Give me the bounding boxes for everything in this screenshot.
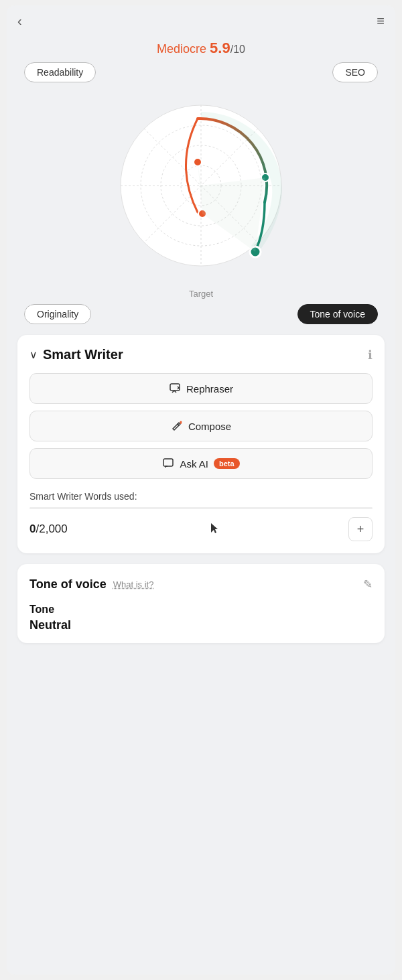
compose-label: Compose xyxy=(188,421,231,432)
tov-title: Tone of voice xyxy=(29,577,107,591)
back-button[interactable]: ‹ xyxy=(17,13,22,29)
words-count-row: 0/2,000 + xyxy=(29,517,373,541)
tov-tone-label: Tone xyxy=(29,604,373,616)
rephraser-label: Rephraser xyxy=(186,383,233,395)
score-label-text: Mediocre xyxy=(157,42,206,56)
ask-ai-label: Ask AI xyxy=(180,458,208,470)
rephraser-button[interactable]: Rephraser xyxy=(29,373,373,404)
smart-writer-header: ∨ Smart Writer ℹ xyxy=(29,347,373,362)
words-used-label: Smart Writer Words used: xyxy=(29,491,373,502)
ask-ai-button[interactable]: Ask AI beta xyxy=(29,448,373,479)
radar-chart xyxy=(94,85,308,286)
beta-badge: beta xyxy=(214,458,240,469)
smart-writer-chevron[interactable]: ∨ xyxy=(29,348,38,361)
words-progress-bar xyxy=(29,507,373,509)
score-denom: /10 xyxy=(230,44,245,55)
header: ‹ ≡ xyxy=(7,5,395,37)
words-used-section: Smart Writer Words used: 0/2,000 + xyxy=(29,491,373,541)
score-label: Mediocre 5.9/10 xyxy=(157,42,245,56)
ask-ai-icon xyxy=(162,458,174,470)
compose-button[interactable]: Compose xyxy=(29,411,373,441)
readability-button[interactable]: Readability xyxy=(24,62,96,82)
words-total: 2,000 xyxy=(39,522,68,535)
tov-header: Tone of voice What is it? ✎ xyxy=(29,577,373,591)
seo-button[interactable]: SEO xyxy=(332,62,378,82)
tone-of-voice-section: Tone of voice What is it? ✎ Tone Neutral xyxy=(17,564,385,643)
menu-button[interactable]: ≡ xyxy=(377,13,385,29)
rephraser-icon xyxy=(169,382,181,395)
add-words-button[interactable]: + xyxy=(348,517,373,541)
svg-rect-15 xyxy=(163,459,173,466)
radar-container: Readability SEO xyxy=(7,62,395,324)
tone-of-voice-button[interactable]: Tone of voice xyxy=(297,304,379,324)
compose-icon xyxy=(171,420,183,432)
originality-button[interactable]: Originality xyxy=(24,304,91,324)
tov-edit-icon[interactable]: ✎ xyxy=(363,577,373,591)
main-panel: ‹ ≡ Mediocre 5.9/10 Readability SEO xyxy=(7,5,395,975)
radar-chart-wrap xyxy=(17,85,385,286)
smart-writer-title: Smart Writer xyxy=(43,347,123,362)
score-value: 5.9 xyxy=(210,40,230,56)
cursor-indicator xyxy=(211,523,219,535)
tov-what-is-it[interactable]: What is it? xyxy=(113,579,154,589)
info-icon[interactable]: ℹ xyxy=(368,348,373,362)
tov-tone-value: Neutral xyxy=(29,618,373,632)
smart-writer-card: ∨ Smart Writer ℹ Rephraser Compose xyxy=(17,335,385,553)
smart-writer-title-row: ∨ Smart Writer xyxy=(29,347,123,362)
target-label: Target xyxy=(17,289,385,299)
radar-top-labels: Readability SEO xyxy=(17,62,385,82)
words-count: 0/2,000 xyxy=(29,522,68,536)
radar-bottom-labels: Originality Tone of voice xyxy=(17,304,385,324)
score-section: Mediocre 5.9/10 xyxy=(7,37,395,62)
